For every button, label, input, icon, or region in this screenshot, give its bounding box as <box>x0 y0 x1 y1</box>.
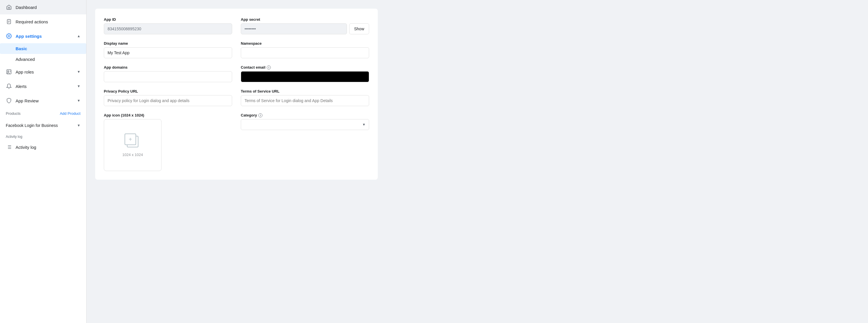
show-secret-button[interactable]: Show <box>349 23 369 34</box>
app-domains-label: App domains <box>104 65 232 69</box>
sidebar-item-app-review[interactable]: App Review ▼ <box>0 93 86 108</box>
form-grid: App ID App secret Show Display name Name… <box>104 17 369 171</box>
sidebar-item-facebook-login[interactable]: Facebook Login for Business ▼ <box>0 119 86 132</box>
namespace-input[interactable] <box>241 47 369 58</box>
sidebar-item-app-roles[interactable]: App roles ▼ <box>0 65 86 79</box>
user-icon <box>6 69 12 75</box>
facebook-login-label: Facebook Login for Business <box>6 123 73 128</box>
app-icon-label: App icon (1024 x 1024) <box>104 113 232 117</box>
app-secret-group: App secret Show <box>241 17 369 34</box>
app-id-group: App ID <box>104 17 232 34</box>
svg-rect-0 <box>7 20 11 24</box>
sidebar-item-app-settings[interactable]: App settings ▲ <box>0 29 86 43</box>
namespace-label: Namespace <box>241 41 369 45</box>
privacy-policy-input[interactable] <box>104 95 232 106</box>
app-domains-input[interactable] <box>104 71 232 82</box>
category-label: Category i <box>241 113 369 117</box>
app-id-label: App ID <box>104 17 232 22</box>
app-secret-label: App secret <box>241 17 369 22</box>
sidebar: Dashboard Required actions App settings … <box>0 0 87 323</box>
sidebar-dashboard-label: Dashboard <box>16 5 81 10</box>
shield-icon <box>6 97 12 104</box>
terms-of-service-input[interactable] <box>241 95 369 106</box>
contact-email-info-icon[interactable]: i <box>267 65 271 69</box>
sidebar-item-required-actions[interactable]: Required actions <box>0 14 86 29</box>
settings-card: App ID App secret Show Display name Name… <box>95 9 378 180</box>
icon-plus-sign: + <box>129 136 132 142</box>
add-product-link[interactable]: Add Product <box>60 111 81 116</box>
category-group: Category i ▼ <box>241 113 369 171</box>
activity-log-icon <box>6 144 12 150</box>
category-select[interactable] <box>241 119 369 130</box>
bell-icon <box>6 83 12 89</box>
app-icon-placeholder-stack: + <box>125 133 141 150</box>
chevron-down-icon-2: ▼ <box>77 84 81 88</box>
activity-log-section-label: Activity log <box>0 132 86 140</box>
category-wrapper: ▼ <box>241 119 369 130</box>
contact-email-input[interactable] <box>241 71 369 82</box>
app-domains-group: App domains <box>104 65 232 82</box>
chevron-down-icon: ▼ <box>77 70 81 74</box>
products-label: Products <box>6 111 21 116</box>
svg-point-1 <box>8 35 10 37</box>
privacy-policy-label: Privacy Policy URL <box>104 89 232 93</box>
contact-email-group: Contact email i <box>241 65 369 82</box>
sidebar-app-roles-label: App roles <box>16 69 73 74</box>
sidebar-item-dashboard[interactable]: Dashboard <box>0 0 86 14</box>
app-icon-upload-area[interactable]: + 1024 x 1024 <box>104 119 161 171</box>
sidebar-activity-log-label: Activity log <box>16 145 81 150</box>
terms-of-service-group: Terms of Service URL <box>241 89 369 106</box>
display-name-group: Display name <box>104 41 232 58</box>
sidebar-alerts-label: Alerts <box>16 84 73 89</box>
terms-of-service-label: Terms of Service URL <box>241 89 369 93</box>
svg-point-3 <box>7 71 9 72</box>
chevron-down-icon-3: ▼ <box>77 99 81 103</box>
chevron-down-icon-4: ▼ <box>77 123 81 127</box>
app-secret-row: Show <box>241 23 369 34</box>
contact-email-label: Contact email i <box>241 65 369 69</box>
sidebar-basic-label: Basic <box>16 46 27 51</box>
app-icon-group: App icon (1024 x 1024) + 1024 x 1024 <box>104 113 232 171</box>
app-icon-dimension-label: 1024 x 1024 <box>122 153 143 157</box>
sidebar-sub-item-advanced[interactable]: Advanced <box>0 54 86 65</box>
icon-front-card: + <box>125 133 136 145</box>
sidebar-sub-item-basic[interactable]: Basic <box>0 43 86 54</box>
clipboard-icon <box>6 19 12 25</box>
display-name-label: Display name <box>104 41 232 45</box>
sidebar-app-review-label: App Review <box>16 98 73 103</box>
sidebar-app-settings-label: App settings <box>16 34 73 39</box>
namespace-group: Namespace <box>241 41 369 58</box>
main-content: App ID App secret Show Display name Name… <box>87 0 868 323</box>
gear-icon <box>6 33 12 39</box>
privacy-policy-group: Privacy Policy URL <box>104 89 232 106</box>
sidebar-required-actions-label: Required actions <box>16 19 81 24</box>
products-section-header: Products Add Product <box>0 108 86 119</box>
home-icon <box>6 4 12 10</box>
chevron-up-icon: ▲ <box>77 34 81 38</box>
display-name-input[interactable] <box>104 47 232 58</box>
category-info-icon[interactable]: i <box>258 114 262 117</box>
sidebar-advanced-label: Advanced <box>16 57 35 62</box>
sidebar-item-alerts[interactable]: Alerts ▼ <box>0 79 86 93</box>
app-id-input[interactable] <box>104 23 232 34</box>
app-secret-input[interactable] <box>241 23 347 34</box>
sidebar-item-activity-log[interactable]: Activity log <box>0 140 86 154</box>
